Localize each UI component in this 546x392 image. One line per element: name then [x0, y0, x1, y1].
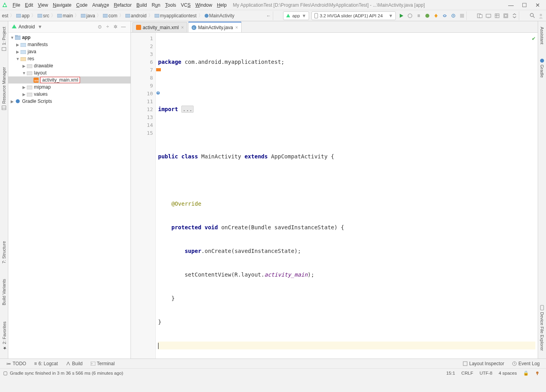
nav-back-icon[interactable]: ← — [264, 11, 273, 20]
menu-view[interactable]: View — [35, 2, 50, 9]
svg-rect-24 — [2, 106, 6, 110]
menu-analyze[interactable]: Analyze — [90, 2, 112, 9]
attach-debugger-icon[interactable] — [449, 11, 458, 20]
sidebar-tab-resource-manager[interactable]: Resource Manager — [1, 63, 7, 114]
svg-point-0 — [4, 4, 6, 6]
profiler-button-icon[interactable] — [423, 11, 432, 20]
menu-help[interactable]: Help — [214, 2, 229, 9]
menu-refactor[interactable]: Refactor — [112, 2, 134, 9]
crumb-src[interactable]: src — [36, 13, 50, 19]
sidebar-tab-structure[interactable]: 7: Structure — [1, 237, 7, 268]
status-line-separator[interactable]: CRLF — [458, 371, 476, 375]
menu-file[interactable]: File — [10, 2, 22, 9]
run-config-selector[interactable]: app▼ — [283, 11, 309, 20]
sidebar-tab-build-variants[interactable]: Build Variants — [1, 275, 7, 309]
tab-activity-main-xml[interactable]: activity_main.xml× — [132, 22, 187, 32]
layout-inspector-icon[interactable] — [501, 11, 510, 20]
menu-code[interactable]: Code — [74, 2, 90, 9]
search-everywhere-icon[interactable] — [528, 11, 537, 20]
tree-node-java[interactable]: java — [8, 48, 130, 55]
svg-rect-3 — [57, 14, 62, 17]
crumb-java[interactable]: java — [80, 13, 96, 19]
apply-changes-icon[interactable] — [432, 11, 440, 20]
code-area[interactable]: ✔ package com.android.myapplicationtest;… — [156, 33, 538, 359]
apply-code-changes-icon[interactable] — [440, 11, 449, 20]
sidebar-tab-favorites[interactable]: ★2: Favorites — [1, 318, 7, 355]
menu-edit[interactable]: Edit — [22, 2, 35, 9]
settings-gear-icon[interactable]: ✲ — [112, 24, 119, 30]
svg-rect-37 — [136, 25, 141, 30]
status-toggle-icon[interactable]: ▢ — [3, 370, 7, 376]
collapse-all-icon[interactable]: ÷ — [104, 24, 112, 30]
svg-rect-4 — [81, 14, 86, 17]
menu-tools[interactable]: Tools — [163, 2, 179, 9]
bottom-tab-layout-inspector[interactable]: Layout Inspector — [459, 361, 508, 366]
maximize-button[interactable]: ☐ — [518, 2, 531, 8]
sidebar-tab-project[interactable]: 1: Project — [1, 23, 7, 55]
svg-rect-27 — [20, 43, 26, 47]
bottom-tab-todo[interactable]: ≔ TODO — [2, 361, 30, 366]
inspection-ok-icon[interactable]: ✔ — [532, 34, 535, 42]
hide-pane-icon[interactable]: — — [119, 24, 127, 30]
resource-manager-icon[interactable] — [493, 11, 501, 20]
close-button[interactable]: ✕ — [531, 2, 544, 8]
close-tab-icon[interactable]: × — [181, 25, 184, 30]
editor-body[interactable]: 1 2 3 6 7 8 9 10 11 12 13 14 15 ✔ packag… — [131, 33, 538, 359]
status-indent[interactable]: 4 spaces — [496, 371, 520, 375]
tree-node-values[interactable]: values — [8, 91, 130, 98]
tree-node-drawable[interactable]: drawable — [8, 62, 130, 69]
status-encoding[interactable]: UTF-8 — [476, 371, 496, 375]
sync-gradle-icon[interactable] — [510, 11, 519, 20]
tree-node-mipmap[interactable]: mipmap — [8, 84, 130, 91]
status-caret-position[interactable]: 15:1 — [443, 371, 458, 375]
sidebar-tab-device-file-explorer[interactable]: Device File Explorer — [539, 301, 545, 355]
sidebar-tab-gradle[interactable]: Gradle — [539, 54, 545, 82]
minimize-button[interactable]: — — [504, 2, 518, 8]
debug-button-icon[interactable] — [406, 11, 414, 20]
tree-node-gradle-scripts[interactable]: Gradle Scripts — [8, 98, 130, 105]
crumb-package[interactable]: myapplicationtest — [153, 13, 198, 19]
status-inspection-icon[interactable] — [532, 371, 543, 375]
bottom-tab-terminal[interactable]: Terminal — [87, 361, 119, 366]
stop-button-icon[interactable] — [458, 11, 466, 20]
svg-point-11 — [425, 14, 429, 18]
crumb-root[interactable]: est — [1, 13, 9, 19]
crumb-class[interactable]: MainActivity — [203, 13, 236, 19]
sidebar-tab-assistant[interactable]: Assistant — [539, 23, 545, 48]
menu-run[interactable]: Run — [149, 2, 163, 9]
gutter-line: 8 — [131, 74, 155, 82]
crumb-app[interactable]: app — [15, 13, 31, 19]
crumb-android[interactable]: android — [124, 13, 148, 19]
close-tab-icon[interactable]: × — [235, 25, 238, 30]
run-button-icon[interactable] — [397, 11, 406, 20]
avd-manager-icon[interactable] — [475, 11, 484, 20]
project-tree[interactable]: app manifests java res drawable layout x… — [8, 33, 130, 359]
menu-window[interactable]: Window — [193, 2, 214, 9]
bottom-tab-build[interactable]: Build — [62, 361, 87, 366]
tab-main-activity-java[interactable]: CMainActivity.java× — [188, 22, 242, 32]
tree-node-res[interactable]: res — [8, 55, 130, 62]
svg-point-10 — [408, 14, 412, 18]
project-view-selector[interactable]: Android▼ — [11, 24, 42, 30]
status-readonly-lock-icon[interactable]: 🔒 — [520, 370, 532, 376]
user-icon[interactable] — [537, 11, 545, 20]
menu-navigate[interactable]: Navigate — [50, 2, 74, 9]
device-selector[interactable]: 3.2 HVGA slider (ADP1) API 24▼ — [311, 11, 396, 20]
bottom-tab-logcat[interactable]: ≡ 6: Logcat — [30, 361, 61, 366]
sdk-manager-icon[interactable] — [484, 11, 493, 20]
bottom-tab-event-log[interactable]: Event Log — [508, 361, 544, 366]
svg-rect-18 — [495, 14, 499, 18]
svg-rect-29 — [20, 58, 26, 61]
crumb-com[interactable]: com — [102, 13, 119, 19]
tree-node-layout[interactable]: layout — [8, 69, 130, 76]
crumb-main[interactable]: main — [56, 13, 74, 19]
gutter-line: 1 — [131, 34, 155, 42]
menu-build[interactable]: Build — [134, 2, 149, 9]
coverage-button-icon[interactable]: ≡ — [414, 11, 423, 20]
gutter[interactable]: 1 2 3 6 7 8 9 10 11 12 13 14 15 — [131, 33, 156, 359]
tree-node-manifests[interactable]: manifests — [8, 41, 130, 48]
tree-node-app[interactable]: app — [8, 34, 130, 41]
tree-node-activity-main-xml[interactable]: xmlactivity_main.xml — [8, 76, 130, 84]
scroll-from-source-icon[interactable]: ⊙ — [96, 24, 104, 30]
menu-vcs[interactable]: VCS — [179, 2, 193, 9]
